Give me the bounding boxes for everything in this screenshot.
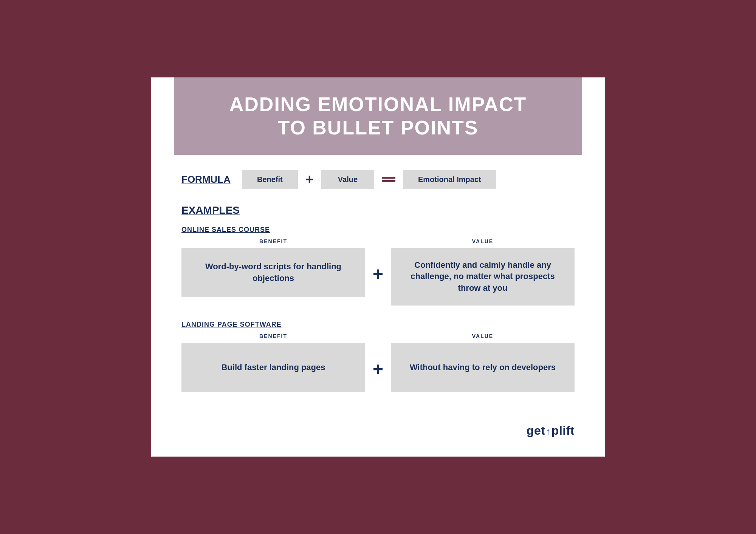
example-2-value-col: VALUE Without having to rely on develope…	[391, 333, 575, 392]
example-1-value-header: VALUE	[391, 238, 575, 244]
title-banner: ADDING EMOTIONAL IMPACT TO BULLET POINTS	[174, 77, 582, 155]
example-2-row: BENEFIT Build faster landing pages + VAL…	[181, 333, 575, 394]
example-1-plus-col: +	[365, 238, 391, 299]
example-1-benefit-box: Word-by-word scripts for handling object…	[181, 248, 365, 297]
brand-text-after: plift	[552, 424, 575, 437]
example-1-value-box: Confidently and calmly handle any challe…	[391, 248, 575, 306]
example-2-plus-operator: +	[365, 344, 391, 394]
example-2-benefit-header: BENEFIT	[181, 333, 365, 339]
example-2-plus-col: +	[365, 333, 391, 394]
example-2-benefit-box: Build faster landing pages	[181, 343, 365, 392]
example-2-benefit-col: BENEFIT Build faster landing pages	[181, 333, 365, 392]
equals-line-top	[382, 177, 395, 179]
brand-arrow-icon: ↑	[545, 426, 552, 438]
example-2: LANDING PAGE SOFTWARE BENEFIT Build fast…	[181, 321, 575, 394]
main-card: ADDING EMOTIONAL IMPACT TO BULLET POINTS…	[151, 77, 605, 457]
example-1: ONLINE SALES COURSE BENEFIT Word-by-word…	[181, 226, 575, 306]
example-1-plus-operator: +	[365, 250, 391, 299]
formula-plus-operator: +	[305, 172, 314, 187]
formula-result-box: Emotional Impact	[403, 170, 496, 189]
example-1-benefit-col: BENEFIT Word-by-word scripts for handlin…	[181, 238, 365, 297]
example-1-value-col: VALUE Confidently and calmly handle any …	[391, 238, 575, 306]
page-title: ADDING EMOTIONAL IMPACT TO BULLET POINTS	[197, 93, 559, 140]
example-1-benefit-header: BENEFIT	[181, 238, 365, 244]
formula-value-box: Value	[321, 170, 374, 189]
examples-label: EXAMPLES	[181, 204, 575, 216]
brand-text-before: get	[527, 424, 545, 437]
example-2-subtitle: LANDING PAGE SOFTWARE	[181, 321, 575, 329]
formula-label: FORMULA	[181, 174, 231, 185]
formula-equals-icon	[382, 177, 395, 182]
example-2-value-header: VALUE	[391, 333, 575, 339]
example-1-subtitle: ONLINE SALES COURSE	[181, 226, 575, 234]
formula-benefit-box: Benefit	[242, 170, 298, 189]
example-1-row: BENEFIT Word-by-word scripts for handlin…	[181, 238, 575, 306]
equals-line-bottom	[382, 180, 395, 182]
formula-section: FORMULA Benefit + Value Emotional Impact	[181, 170, 575, 189]
content-area: FORMULA Benefit + Value Emotional Impact…	[151, 155, 605, 416]
example-2-value-box: Without having to rely on developers	[391, 343, 575, 392]
brand-area: get↑plift	[151, 424, 605, 438]
brand-logo: get↑plift	[527, 424, 575, 438]
